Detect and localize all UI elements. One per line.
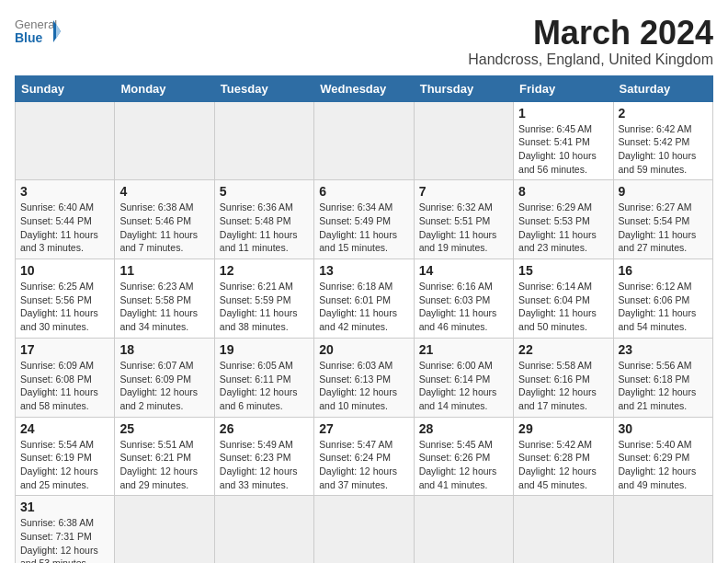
day-number: 13	[319, 263, 408, 278]
calendar-cell	[115, 101, 214, 180]
calendar-cell	[115, 496, 214, 563]
calendar-cell	[514, 496, 613, 563]
calendar-cell: 25Sunrise: 5:51 AM Sunset: 6:21 PM Dayli…	[115, 417, 214, 496]
calendar-cell: 1Sunrise: 6:45 AM Sunset: 5:41 PM Daylig…	[514, 101, 613, 180]
day-info: Sunrise: 6:42 AM Sunset: 5:42 PM Dayligh…	[619, 122, 708, 177]
svg-text:Blue: Blue	[15, 30, 43, 45]
day-info: Sunrise: 6:21 AM Sunset: 5:59 PM Dayligh…	[220, 280, 309, 334]
day-info: Sunrise: 6:38 AM Sunset: 5:46 PM Dayligh…	[119, 201, 209, 255]
calendar-cell: 24Sunrise: 5:54 AM Sunset: 6:19 PM Dayli…	[16, 417, 115, 496]
day-number: 2	[619, 106, 708, 121]
header-saturday: Saturday	[613, 75, 712, 101]
calendar-cell: 10Sunrise: 6:25 AM Sunset: 5:56 PM Dayli…	[16, 259, 115, 339]
header-tuesday: Tuesday	[214, 75, 313, 101]
calendar-cell: 30Sunrise: 5:40 AM Sunset: 6:29 PM Dayli…	[613, 417, 712, 496]
day-info: Sunrise: 6:36 AM Sunset: 5:48 PM Dayligh…	[220, 201, 309, 255]
day-number: 24	[20, 421, 109, 436]
day-number: 3	[20, 184, 109, 199]
week-row-1: 1Sunrise: 6:45 AM Sunset: 5:41 PM Daylig…	[16, 101, 713, 180]
day-info: Sunrise: 6:23 AM Sunset: 5:58 PM Dayligh…	[119, 280, 209, 334]
calendar-cell: 2Sunrise: 6:42 AM Sunset: 5:42 PM Daylig…	[613, 101, 712, 180]
day-info: Sunrise: 5:42 AM Sunset: 6:28 PM Dayligh…	[518, 438, 608, 492]
calendar-cell: 6Sunrise: 6:34 AM Sunset: 5:49 PM Daylig…	[314, 180, 414, 259]
calendar-cell: 14Sunrise: 6:16 AM Sunset: 6:03 PM Dayli…	[414, 259, 513, 339]
day-number: 10	[20, 263, 109, 278]
week-row-2: 3Sunrise: 6:40 AM Sunset: 5:44 PM Daylig…	[16, 180, 713, 259]
calendar-cell: 21Sunrise: 6:00 AM Sunset: 6:14 PM Dayli…	[414, 338, 513, 417]
calendar-cell: 15Sunrise: 6:14 AM Sunset: 6:04 PM Dayli…	[514, 259, 613, 339]
day-number: 7	[419, 184, 508, 199]
calendar-cell	[414, 101, 513, 180]
day-number: 25	[119, 421, 209, 436]
calendar-header-row: SundayMondayTuesdayWednesdayThursdayFrid…	[16, 75, 713, 101]
calendar-cell: 8Sunrise: 6:29 AM Sunset: 5:53 PM Daylig…	[514, 180, 613, 259]
day-number: 16	[619, 263, 708, 278]
calendar-cell: 12Sunrise: 6:21 AM Sunset: 5:59 PM Dayli…	[214, 259, 313, 339]
day-info: Sunrise: 6:32 AM Sunset: 5:51 PM Dayligh…	[419, 201, 508, 255]
calendar-cell	[314, 101, 414, 180]
day-number: 12	[220, 263, 309, 278]
day-number: 23	[619, 342, 708, 357]
day-number: 15	[518, 263, 608, 278]
month-year-title: March 2024	[468, 15, 713, 52]
day-info: Sunrise: 6:45 AM Sunset: 5:41 PM Dayligh…	[518, 122, 608, 177]
calendar-cell: 5Sunrise: 6:36 AM Sunset: 5:48 PM Daylig…	[214, 180, 313, 259]
day-info: Sunrise: 6:09 AM Sunset: 6:08 PM Dayligh…	[20, 359, 109, 413]
calendar-cell: 29Sunrise: 5:42 AM Sunset: 6:28 PM Dayli…	[514, 417, 613, 496]
header-monday: Monday	[115, 75, 214, 101]
day-number: 6	[319, 184, 408, 199]
week-row-4: 17Sunrise: 6:09 AM Sunset: 6:08 PM Dayli…	[16, 338, 713, 417]
day-number: 19	[220, 342, 309, 357]
day-info: Sunrise: 5:58 AM Sunset: 6:16 PM Dayligh…	[518, 359, 608, 413]
logo-svg: General Blue	[15, 15, 61, 53]
calendar-cell: 20Sunrise: 6:03 AM Sunset: 6:13 PM Dayli…	[314, 338, 414, 417]
calendar-cell: 26Sunrise: 5:49 AM Sunset: 6:23 PM Dayli…	[214, 417, 313, 496]
day-number: 28	[419, 421, 508, 436]
calendar-cell: 3Sunrise: 6:40 AM Sunset: 5:44 PM Daylig…	[16, 180, 115, 259]
header-friday: Friday	[514, 75, 613, 101]
location-subtitle: Handcross, England, United Kingdom	[468, 52, 713, 68]
day-number: 22	[518, 342, 608, 357]
day-info: Sunrise: 5:47 AM Sunset: 6:24 PM Dayligh…	[319, 438, 408, 492]
calendar-cell: 23Sunrise: 5:56 AM Sunset: 6:18 PM Dayli…	[613, 338, 712, 417]
day-info: Sunrise: 6:12 AM Sunset: 6:06 PM Dayligh…	[619, 280, 708, 334]
title-block: March 2024 Handcross, England, United Ki…	[468, 15, 713, 68]
day-number: 8	[518, 184, 608, 199]
day-info: Sunrise: 5:56 AM Sunset: 6:18 PM Dayligh…	[619, 359, 708, 413]
day-number: 29	[518, 421, 608, 436]
calendar-cell: 17Sunrise: 6:09 AM Sunset: 6:08 PM Dayli…	[16, 338, 115, 417]
page-header: General Blue March 2024 Handcross, Engla…	[15, 15, 713, 68]
day-info: Sunrise: 6:27 AM Sunset: 5:54 PM Dayligh…	[619, 201, 708, 255]
calendar-cell: 9Sunrise: 6:27 AM Sunset: 5:54 PM Daylig…	[613, 180, 712, 259]
calendar-cell	[414, 496, 513, 563]
calendar-cell	[214, 496, 313, 563]
day-info: Sunrise: 5:49 AM Sunset: 6:23 PM Dayligh…	[220, 438, 309, 492]
day-info: Sunrise: 5:45 AM Sunset: 6:26 PM Dayligh…	[419, 438, 508, 492]
day-info: Sunrise: 6:00 AM Sunset: 6:14 PM Dayligh…	[419, 359, 508, 413]
day-number: 17	[20, 342, 109, 357]
day-number: 4	[119, 184, 209, 199]
day-info: Sunrise: 6:03 AM Sunset: 6:13 PM Dayligh…	[319, 359, 408, 413]
week-row-3: 10Sunrise: 6:25 AM Sunset: 5:56 PM Dayli…	[16, 259, 713, 339]
day-info: Sunrise: 5:40 AM Sunset: 6:29 PM Dayligh…	[619, 438, 708, 492]
day-info: Sunrise: 6:34 AM Sunset: 5:49 PM Dayligh…	[319, 201, 408, 255]
calendar-cell: 13Sunrise: 6:18 AM Sunset: 6:01 PM Dayli…	[314, 259, 414, 339]
day-number: 9	[619, 184, 708, 199]
week-row-5: 24Sunrise: 5:54 AM Sunset: 6:19 PM Dayli…	[16, 417, 713, 496]
svg-marker-3	[56, 24, 61, 39]
day-info: Sunrise: 6:38 AM Sunset: 7:31 PM Dayligh…	[20, 516, 109, 563]
calendar-cell: 18Sunrise: 6:07 AM Sunset: 6:09 PM Dayli…	[115, 338, 214, 417]
logo: General Blue	[15, 15, 61, 53]
header-thursday: Thursday	[414, 75, 513, 101]
calendar-cell	[314, 496, 414, 563]
calendar-cell: 16Sunrise: 6:12 AM Sunset: 6:06 PM Dayli…	[613, 259, 712, 339]
day-info: Sunrise: 6:07 AM Sunset: 6:09 PM Dayligh…	[119, 359, 209, 413]
day-info: Sunrise: 5:51 AM Sunset: 6:21 PM Dayligh…	[119, 438, 209, 492]
day-info: Sunrise: 6:40 AM Sunset: 5:44 PM Dayligh…	[20, 201, 109, 255]
day-info: Sunrise: 6:16 AM Sunset: 6:03 PM Dayligh…	[419, 280, 508, 334]
day-info: Sunrise: 5:54 AM Sunset: 6:19 PM Dayligh…	[20, 438, 109, 492]
calendar-cell: 27Sunrise: 5:47 AM Sunset: 6:24 PM Dayli…	[314, 417, 414, 496]
calendar-cell: 31Sunrise: 6:38 AM Sunset: 7:31 PM Dayli…	[16, 496, 115, 563]
calendar-cell: 11Sunrise: 6:23 AM Sunset: 5:58 PM Dayli…	[115, 259, 214, 339]
day-number: 5	[220, 184, 309, 199]
